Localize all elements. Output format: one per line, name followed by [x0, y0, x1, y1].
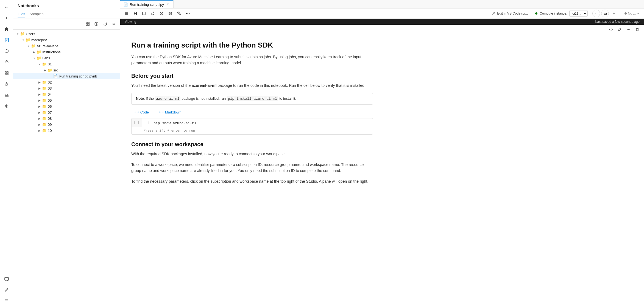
kernel-circle-button-1[interactable]: ○ [592, 10, 600, 17]
chevron-src: ▶ [43, 69, 47, 72]
notebook-icon[interactable] [2, 35, 12, 45]
svg-point-39 [186, 13, 187, 14]
svg-marker-4 [5, 49, 8, 53]
tree-item-07[interactable]: ▶ 📁 07 [13, 109, 120, 115]
cell-more-button[interactable] [625, 26, 632, 33]
tree-label-03: 03 [48, 86, 120, 90]
no-kernel-button[interactable]: No ... [622, 11, 642, 16]
code-cell-body[interactable]: 1 pip show azure-ai-ml [141, 118, 373, 129]
notebook-tab-run-training[interactable]: 📄 Run training script.ipy ✕ [120, 0, 174, 8]
cell-code-button[interactable] [607, 26, 614, 33]
tree-item-02[interactable]: ▶ 📁 02 [13, 79, 120, 85]
panel-title: Notebooks [13, 0, 120, 8]
folder-icon-madiepev: 📁 [25, 38, 30, 42]
tree-item-01[interactable]: ▾ 📁 01 [13, 61, 120, 67]
chevron-09: ▶ [37, 123, 42, 126]
folder-icon-03: 📁 [42, 86, 47, 90]
tree-item-madiepev[interactable]: ▾ 📁 madiepev [13, 37, 120, 43]
tree-item-10[interactable]: ▶ 📁 10 [13, 127, 120, 134]
format-button[interactable] [175, 10, 183, 17]
tab-files[interactable]: Files [18, 10, 25, 18]
tree-label-run-training-script: Run training script.ipynb [59, 74, 120, 78]
pipeline-icon[interactable] [2, 46, 12, 56]
svg-rect-6 [5, 71, 6, 73]
manage-icon[interactable] [2, 296, 12, 306]
svg-rect-37 [169, 12, 171, 13]
run-all-button[interactable] [131, 10, 139, 17]
cell-bracket: [ ] [132, 118, 141, 127]
tree-label-07: 07 [48, 110, 120, 115]
code-line-1: 1 pip show azure-ai-ml [145, 121, 369, 126]
pencil-icon[interactable] [2, 285, 12, 295]
stop-button[interactable] [140, 10, 148, 17]
folder-icon-instructions: 📁 [36, 50, 41, 54]
add-code-cell-button[interactable]: + + Code [131, 109, 152, 115]
jobs-icon[interactable] [2, 68, 12, 78]
folder-icon-azure-ml-labs: 📁 [31, 44, 36, 48]
chevron-03: ▶ [37, 87, 42, 90]
restart-button[interactable] [149, 10, 157, 17]
tree-item-05[interactable]: ▶ 📁 05 [13, 97, 120, 103]
svg-point-47 [629, 29, 630, 30]
add-markdown-cell-button[interactable]: + + Markdown [156, 109, 184, 115]
home-icon[interactable] [2, 24, 12, 34]
models-icon[interactable] [2, 90, 12, 100]
tree-item-users[interactable]: ▾ 📁 Users [13, 31, 120, 37]
compute-icon[interactable] [2, 274, 12, 284]
tree-item-instructions[interactable]: ▶ 📁 Instructions [13, 49, 120, 55]
before-you-start-content: You'll need the latest version of the az… [131, 82, 373, 88]
chevron-07: ▶ [37, 111, 42, 114]
cell-delete-button[interactable] [634, 26, 641, 33]
collapse-button[interactable] [110, 20, 118, 28]
kernel-circle-button-2[interactable]: ▭ [601, 10, 609, 17]
tree-item-06[interactable]: ▶ 📁 06 [13, 103, 120, 109]
edit-vscode-button[interactable]: Edit in VS Code (pr... [489, 10, 531, 16]
tree-item-08[interactable]: ▶ 📁 08 [13, 115, 120, 121]
save-button[interactable] [166, 10, 174, 17]
add-cell-area: + + Code + + Markdown [131, 109, 373, 115]
tree-item-src[interactable]: ▶ 📁 src [13, 67, 120, 73]
sidebar-icons: ← + [0, 0, 13, 308]
add-icon-markdown: + [159, 110, 161, 114]
components-icon[interactable] [2, 79, 12, 89]
endpoints-icon[interactable] [2, 101, 12, 111]
chevron-users: ▾ [15, 32, 20, 35]
code-content-1: pip show azure-ai-ml [154, 121, 196, 126]
folder-icon-05: 📁 [42, 98, 47, 102]
tree-label-08: 08 [48, 116, 120, 121]
tree-item-04[interactable]: ▶ 📁 04 [13, 91, 120, 97]
svg-rect-11 [5, 95, 8, 97]
tree-item-labs[interactable]: ▾ 📁 Labs [13, 55, 120, 61]
tree-item-09[interactable]: ▶ 📁 09 [13, 121, 120, 127]
svg-rect-8 [5, 73, 6, 75]
data-icon[interactable] [2, 57, 12, 67]
line-number-1: 1 [145, 121, 149, 126]
svg-point-41 [189, 13, 190, 14]
notebook-file-icon: 📄 [53, 74, 58, 78]
grid-view-button[interactable] [84, 20, 91, 28]
tree-item-03[interactable]: ▶ 📁 03 [13, 85, 120, 91]
add-file-button[interactable] [93, 20, 100, 28]
tree-item-run-training-script[interactable]: 📄 Run training script.ipynb [13, 73, 120, 79]
back-icon[interactable]: ← [2, 2, 12, 12]
more-options-button[interactable] [184, 10, 192, 17]
notebook-main-content: Run a training script with the Python SD… [120, 34, 384, 200]
kernel-dot [625, 12, 627, 15]
refresh-button[interactable] [101, 20, 109, 28]
tab-close-button[interactable]: ✕ [166, 2, 170, 7]
clear-button[interactable] [158, 10, 165, 17]
tree-item-azure-ml-labs[interactable]: ▾ 📁 azure-ml-labs [13, 43, 120, 49]
code-cell-pip-show: [ ] 1 pip show azure-ai-ml Press shift +… [131, 118, 373, 135]
compute-instance-select[interactable]: ci11... [569, 10, 588, 17]
chevron-04: ▶ [37, 93, 42, 96]
add-icon[interactable]: + [2, 13, 12, 23]
tab-samples[interactable]: Samples [29, 10, 43, 18]
folder-icon-04: 📁 [42, 92, 47, 96]
hamburger-menu-button[interactable] [122, 10, 130, 17]
chevron-10: ▶ [37, 129, 42, 132]
kernel-add-button[interactable]: + [610, 10, 618, 17]
tab-file-icon: 📄 [124, 2, 128, 7]
tab-bar: 📄 Run training script.ipy ✕ [120, 0, 644, 9]
svg-point-13 [6, 106, 7, 107]
cell-edit-button[interactable] [616, 26, 623, 33]
